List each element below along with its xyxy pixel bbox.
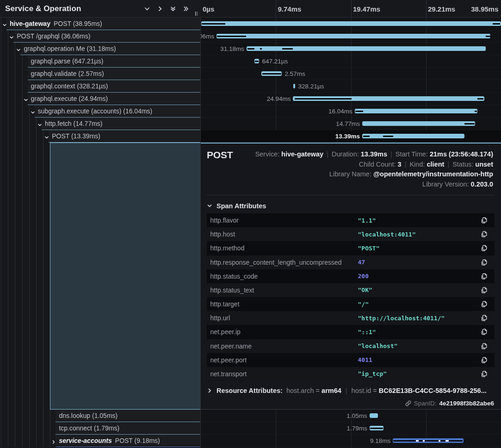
timeline-row[interactable]: 31.18ms (201, 43, 501, 55)
span-row-subgraph.execute[interactable]: subgraph.execute (accounts) (16.04ms) (0, 105, 201, 118)
span-row-POST[interactable]: POST (13.39ms) (0, 130, 201, 143)
span-row-tcp.connect[interactable]: tcp.connect (1.79ms) (0, 422, 201, 435)
collapse-all-icon[interactable] (168, 4, 178, 13)
collapse-one-icon[interactable] (142, 4, 152, 13)
span-row-hive-gateway[interactable]: hive-gatewayPOST (38.95ms) (0, 18, 201, 30)
chevron-down-icon[interactable] (23, 96, 29, 102)
resource-attribute-pair: host.id = BC62E13B-C4CC-5854-9788-256... (352, 387, 487, 394)
span-bar[interactable] (293, 84, 295, 88)
timeline-row[interactable]: 9.18ms (201, 435, 501, 447)
chevron-down-icon[interactable] (16, 46, 21, 52)
duration-label-clip: 36.06ms (201, 30, 214, 43)
span-row-dns.lookup[interactable]: dns.lookup (1.05ms) (0, 410, 201, 422)
indent-guide (8, 118, 8, 130)
copy-icon[interactable] (480, 286, 487, 294)
timeline-row[interactable]: 1.79ms (201, 422, 501, 435)
meta-separator: | (341, 387, 352, 394)
copy-icon[interactable] (480, 370, 487, 378)
span-bar[interactable] (362, 134, 464, 138)
indent-guide (29, 422, 30, 435)
copy-icon[interactable] (480, 342, 487, 350)
span-bar[interactable] (201, 21, 501, 26)
timeline-row[interactable]: 14.77ms (201, 118, 501, 130)
indent-guide (22, 55, 23, 68)
meta-label: Child Count: (359, 161, 398, 168)
operation-name: POST (38.95ms) (54, 20, 102, 27)
copy-icon[interactable] (480, 328, 487, 336)
copy-icon[interactable] (480, 314, 487, 322)
span-attributes-table: http.flavor"1.1"http.host"localhost:4011… (207, 213, 495, 381)
selected-span-detail-gutter (50, 143, 200, 410)
duration-label: 31.18ms (220, 43, 244, 55)
duration-label: 14.77ms (336, 118, 360, 130)
expand-all-icon[interactable] (181, 4, 191, 13)
critical-path-segment (262, 73, 281, 75)
span-id-row[interactable]: SpanID:4e21998f3b82abe6 (405, 398, 494, 409)
span-attributes-title: Span Attributes (216, 202, 266, 210)
attribute-value: "POST" (358, 245, 380, 252)
span-attributes-header[interactable]: Span Attributes (207, 202, 266, 210)
span-row-graphql.execute[interactable]: graphql.execute (24.94ms) (0, 93, 201, 105)
span-row-POST[interactable]: POST /graphql (36.06ms) (0, 30, 201, 43)
resource-attributes-toggle[interactable]: Resource Attributes: (207, 387, 283, 394)
timeline-row[interactable]: 16.04ms (201, 105, 501, 118)
chevron-down-icon[interactable] (2, 21, 7, 27)
copy-icon[interactable] (480, 356, 487, 364)
chevron-down-icon[interactable] (37, 121, 43, 127)
span-name-label: http.fetch (14.77ms) (45, 118, 103, 130)
copy-icon[interactable] (480, 217, 487, 224)
indent-guide (1, 143, 1, 410)
detail-gutter (0, 143, 50, 410)
span-row-service-accounts[interactable]: service-accountsPOST (9.18ms) (0, 435, 201, 447)
span-row-http.fetch[interactable]: http.fetch (14.77ms) (0, 118, 201, 130)
copy-icon[interactable] (480, 273, 487, 280)
attribute-value: "/" (358, 301, 369, 308)
span-bar[interactable] (355, 109, 478, 113)
indent-guide (43, 143, 43, 410)
indent-guide (8, 143, 8, 410)
meta-label: Library Name: (329, 170, 373, 178)
indent-guide (29, 435, 30, 447)
attribute-value: "localhost:4011" (358, 231, 416, 238)
chevron-down-icon[interactable] (30, 109, 36, 114)
meta-separator: | (402, 161, 410, 168)
column-resizer[interactable] (195, 12, 198, 16)
timeline-canvas: 38.95ms36.06ms31.18ms647.21µs2.57ms328.2… (201, 18, 501, 448)
chevron-right-icon[interactable] (51, 438, 56, 444)
span-row-graphql.operation[interactable]: graphql.operation Me (31.18ms) (0, 43, 201, 55)
span-tree: hive-gatewayPOST (38.95ms)POST /graphql … (0, 18, 201, 448)
expand-one-icon[interactable] (155, 4, 165, 13)
timeline-row[interactable]: 328.21µs (201, 80, 501, 93)
chevron-down-icon[interactable] (9, 34, 14, 39)
timeline-row[interactable]: 36.06ms (201, 30, 501, 43)
timeline-ruler[interactable]: 0µs9.74ms19.47ms29.21ms38.95ms (201, 0, 501, 18)
attribute-value: "1.1" (358, 217, 376, 224)
span-bar[interactable] (216, 34, 490, 38)
resource-attribute-pair: host.arch = arm64 (286, 387, 341, 394)
timeline-row[interactable]: 2.57ms (201, 68, 501, 80)
attribute-row: http.host"localhost:4011" (207, 227, 495, 241)
copy-icon[interactable] (480, 259, 487, 266)
span-row-graphql.parse[interactable]: graphql.parse (647.21µs) (0, 55, 201, 68)
span-row-graphql.validate[interactable]: graphql.validate (2.57ms) (0, 68, 201, 80)
attribute-row: net.peer.ip"::1" (207, 325, 495, 339)
chevron-down-icon[interactable] (44, 134, 49, 139)
meta-value: 13.39ms (361, 150, 387, 158)
span-row-graphql.context[interactable]: graphql.context (328.21µs) (0, 80, 201, 93)
critical-path-segment (255, 61, 259, 62)
resource-attributes-row[interactable]: Resource Attributes:host.arch = arm64|ho… (207, 385, 487, 396)
attribute-row: http.flavor"1.1" (207, 213, 495, 227)
ruler-gridline (276, 0, 276, 17)
meta-label: Kind: (409, 161, 427, 168)
timeline-row[interactable]: 1.05ms (201, 410, 501, 422)
timeline-row[interactable]: 13.39ms (201, 130, 501, 143)
span-bar[interactable] (362, 121, 475, 126)
span-bar[interactable] (370, 413, 378, 418)
copy-icon[interactable] (480, 244, 487, 252)
copy-icon[interactable] (480, 300, 487, 308)
indent-guide (29, 410, 30, 422)
timeline-row[interactable]: 647.21µs (201, 55, 501, 68)
copy-icon[interactable] (480, 230, 487, 238)
timeline-row[interactable]: 38.95ms (201, 18, 501, 30)
timeline-row[interactable]: 24.94ms (201, 93, 501, 105)
